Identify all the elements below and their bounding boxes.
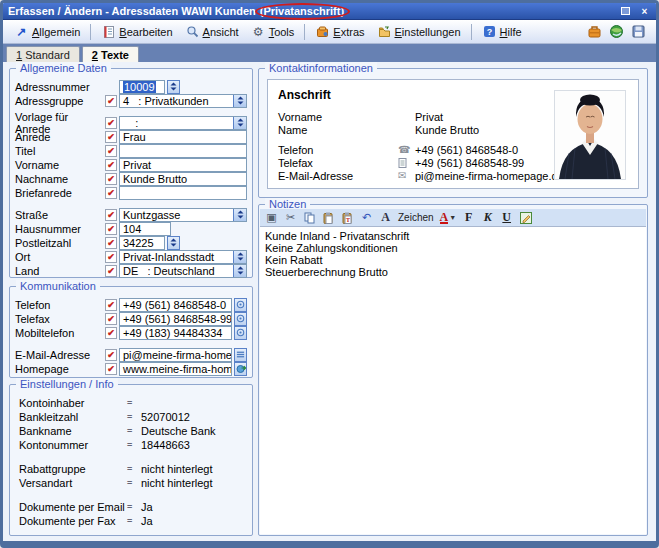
email-list-button[interactable] [234, 348, 247, 362]
titel-input[interactable] [119, 144, 247, 158]
field-row-adressnummer: Adressnummer 10009 [15, 80, 247, 93]
notepad-icon [101, 24, 116, 39]
info-row-kontonummer: Kontonummer = 18448663 [19, 438, 247, 451]
tab-standard[interactable]: 1 Standard [6, 46, 80, 62]
edit-check-icon[interactable]: ✔ [105, 117, 117, 129]
dropdown-button[interactable] [233, 117, 246, 129]
fieldset-einstellungen-info: Einstellungen / Info Kontoinhaber = Bank… [9, 384, 253, 536]
menu-tools[interactable]: ⚙ Tools [246, 22, 300, 41]
mobiltelefon-input[interactable]: +49 (183) 94484334 [119, 326, 232, 340]
info-row-bankleitzahl: Bankleitzahl = 52070012 [19, 410, 247, 423]
homepage-input[interactable]: www.meine-firma-homepage.de [119, 362, 232, 376]
menu-ansicht[interactable]: Ansicht [180, 22, 244, 41]
note-line: Kunde Inland - Privatanschrift [265, 230, 641, 242]
menu-allgemein[interactable]: ↗ Allgemein [9, 22, 85, 41]
info-row-dokumente-fax: Dokumente per Fax = Ja [19, 514, 247, 527]
title-bar: Erfassen / Ändern - Adressdaten WAWI Kun… [3, 3, 656, 20]
edit-note-button[interactable] [519, 210, 532, 225]
globe-button[interactable] [609, 24, 624, 39]
edit-check-icon[interactable]: ✔ [105, 209, 117, 221]
equals-icon: = [127, 516, 141, 526]
telefon-input[interactable]: +49 (561) 8468548-0 [119, 298, 232, 312]
restore-button[interactable] [619, 5, 632, 17]
edit-check-icon[interactable]: ✔ [105, 251, 117, 263]
zeichen-button[interactable]: Zeichen [398, 210, 434, 225]
equals-icon: = [127, 464, 141, 474]
dial-button[interactable] [234, 312, 247, 326]
menu-einstellungen[interactable]: Einstellungen [372, 22, 466, 41]
basket-button[interactable] [587, 24, 602, 39]
dial-button[interactable] [234, 326, 247, 340]
adressnummer-input[interactable]: 10009 [119, 80, 165, 94]
toolbar-separator [304, 24, 305, 40]
ort-combo[interactable]: Privat-Inlandsstadt [119, 250, 247, 264]
dropdown-button[interactable] [233, 265, 246, 277]
anrede-input[interactable]: Frau [119, 130, 247, 144]
edit-check-icon[interactable]: ✔ [105, 95, 117, 107]
fieldset-kommunikation: Kommunikation Telefon ✔ +49 (561) 846854… [9, 286, 253, 378]
vorlage-anrede-combo[interactable]: : [119, 116, 247, 130]
font-button[interactable]: A [379, 210, 392, 225]
edit-check-icon[interactable]: ✔ [105, 223, 117, 235]
window-title: Erfassen / Ändern - Adressdaten WAWI Kun… [8, 5, 256, 17]
spinner-button[interactable] [167, 236, 180, 250]
underline-button[interactable]: U [500, 210, 513, 225]
edit-check-icon[interactable]: ✔ [105, 237, 117, 249]
undo-button[interactable]: ↶ [360, 210, 373, 225]
spinner-button[interactable] [167, 80, 180, 94]
edit-check-icon[interactable]: ✔ [105, 187, 117, 199]
edit-check-icon[interactable]: ✔ [105, 363, 117, 375]
edit-check-icon[interactable]: ✔ [105, 349, 117, 361]
menu-extras[interactable]: Extras [310, 22, 369, 41]
edit-check-icon[interactable]: ✔ [105, 173, 117, 185]
edit-check-icon[interactable]: ✔ [105, 145, 117, 157]
field-row-telefax: Telefax ✔ +49 (561) 8468548-99 [15, 312, 247, 325]
dropdown-button[interactable] [233, 209, 246, 221]
open-url-button[interactable] [234, 362, 247, 376]
strasse-combo[interactable]: Kuntzgasse [119, 208, 247, 222]
vorname-input[interactable]: Privat [119, 158, 247, 172]
italic-button[interactable]: K [481, 210, 494, 225]
fieldset-notizen: Notizen ▣ ✂ T ↶ A Zeichen A▼ F K U Kunde… [258, 204, 648, 536]
caret-down-icon: ▼ [449, 214, 456, 221]
menu-bearbeiten[interactable]: Bearbeiten [96, 22, 177, 41]
land-combo[interactable]: DE : Deutschland [119, 264, 247, 278]
postleitzahl-input[interactable]: 34225 [119, 236, 165, 250]
dropdown-button[interactable] [233, 95, 246, 107]
notes-editor[interactable]: Kunde Inland - Privatanschrift Keine Zah… [260, 226, 646, 534]
field-row-email: E-Mail-Adresse ✔ pi@meine-firma-homepage… [15, 348, 247, 361]
edit-check-icon[interactable]: ✔ [105, 327, 117, 339]
dropdown-button[interactable] [233, 251, 246, 263]
cut-button[interactable]: ✂ [284, 210, 297, 225]
tab-texte[interactable]: 2 Texte [82, 46, 139, 62]
telefax-input[interactable]: +49 (561) 8468548-99 [119, 312, 232, 326]
field-row-briefanrede: Briefanrede ✔ [15, 186, 247, 199]
edit-check-icon[interactable]: ✔ [105, 131, 117, 143]
font-color-button[interactable]: A▼ [440, 210, 457, 225]
edit-check-icon[interactable]: ✔ [105, 159, 117, 171]
maximize-note-button[interactable]: ▣ [265, 210, 278, 225]
email-input[interactable]: pi@meine-firma-homepage.de [119, 348, 232, 362]
save-button[interactable] [631, 24, 646, 39]
window-title-annotated: (Privatanschrift) [260, 5, 344, 17]
briefanrede-input[interactable] [119, 186, 247, 200]
close-button[interactable]: × [638, 5, 651, 17]
menu-hilfe[interactable]: ? Hilfe [477, 22, 527, 41]
note-line: Keine Zahlungskonditionen [265, 242, 641, 254]
field-row-vorlage-anrede: Vorlage für Anrede ✔ : [15, 116, 247, 129]
field-row-strasse: Straße ✔ Kuntzgasse [15, 208, 247, 221]
paste-button[interactable] [322, 210, 335, 225]
field-row-postleitzahl: Postleitzahl ✔ 34225 [15, 236, 247, 249]
copy-button[interactable] [303, 210, 316, 225]
dial-button[interactable] [234, 298, 247, 312]
bold-button[interactable]: F [462, 210, 475, 225]
nachname-input[interactable]: Kunde Brutto [119, 172, 247, 186]
app-window: Erfassen / Ändern - Adressdaten WAWI Kun… [0, 0, 659, 548]
edit-check-icon[interactable]: ✔ [105, 313, 117, 325]
edit-check-icon[interactable]: ✔ [105, 265, 117, 277]
edit-check-icon[interactable]: ✔ [105, 299, 117, 311]
restore-icon [621, 7, 630, 15]
adressgruppe-combo[interactable]: 4 : Privatkunden [119, 94, 247, 108]
hausnummer-input[interactable]: 104 [119, 222, 171, 236]
paste-text-button[interactable]: T [341, 210, 354, 225]
